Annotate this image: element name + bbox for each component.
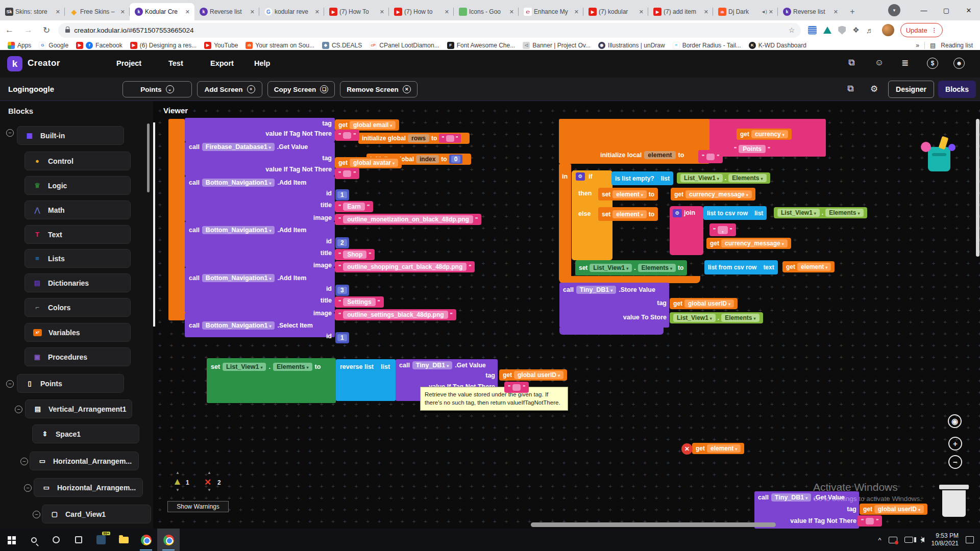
block-text-shop[interactable]: Shop: [335, 249, 375, 260]
tab-close-icon[interactable]: ✕: [767, 9, 775, 15]
block-number-select-1[interactable]: 1: [335, 332, 349, 343]
lock-icon[interactable]: [65, 29, 70, 33]
tab-howto-1[interactable]: ▶(7) How To✕: [324, 3, 389, 20]
block-storevalue-bottom[interactable]: [559, 328, 664, 335]
tree-extension-icon[interactable]: [823, 27, 831, 34]
error-prev-icon[interactable]: ▲: [207, 470, 211, 475]
block-text-settings[interactable]: Settings: [335, 296, 384, 308]
minimize-button[interactable]: —: [913, 1, 935, 19]
sidebar-scrollbar[interactable]: [147, 123, 150, 192]
call-header-firebase[interactable]: callFirebase_Database1.Get Value: [189, 143, 308, 151]
sidebar-item-math[interactable]: ⋀Math: [24, 201, 131, 219]
block-get-currency[interactable]: getcurrency: [737, 129, 792, 140]
tab-close-icon[interactable]: ✕: [443, 9, 451, 15]
block-listview-elements-getter-3[interactable]: List_View1.Elements: [670, 312, 763, 323]
designer-toggle-button[interactable]: Designer: [888, 81, 934, 98]
block-empty-text-5[interactable]: [857, 515, 882, 527]
tab-close-icon[interactable]: ✕: [832, 9, 840, 15]
call-header-tinydb-getvalue[interactable]: callTiny_DB1.Get Value: [399, 361, 486, 369]
block-list-to-csv-row[interactable]: list to csv rowlist: [703, 206, 767, 220]
number-block-0[interactable]: 0: [449, 155, 463, 164]
account-icon[interactable]: ☻: [953, 58, 965, 69]
tab-close-icon[interactable]: ✕: [508, 9, 516, 15]
tab-reverse-list[interactable]: kReverse list✕: [194, 3, 259, 20]
zoom-out-icon[interactable]: −: [948, 455, 962, 469]
block-init-local-element-bottom[interactable]: [559, 276, 700, 283]
music-extension-icon[interactable]: ♬: [866, 26, 874, 35]
block-get-global-userid-3[interactable]: getglobal userID: [860, 504, 927, 515]
call-header-additem-3[interactable]: callBottom_Navigation1.Add Item: [189, 274, 306, 282]
warning-prev-icon[interactable]: ▲: [176, 470, 180, 475]
tab-reverse-list-2[interactable]: kReverse list✕: [778, 3, 843, 20]
call-header-additem-1[interactable]: callBottom_Navigation1.Add Item: [189, 179, 306, 187]
canvas-horizontal-scrollbar[interactable]: [531, 522, 776, 527]
collapse-cardview-icon[interactable]: −: [33, 511, 40, 518]
cortana-icon[interactable]: [45, 529, 67, 551]
block-text-comma[interactable]: ,: [709, 223, 736, 236]
bookmark-banner[interactable]: ◁Banner | Project Ov...: [523, 42, 591, 49]
monetization-icon[interactable]: $: [927, 58, 938, 69]
close-button[interactable]: ✕: [958, 1, 980, 19]
tab-close-icon[interactable]: ✕: [378, 9, 386, 15]
tab-close-icon[interactable]: ✕: [184, 9, 191, 15]
tab-close-icon[interactable]: ✕: [119, 9, 127, 15]
block-is-list-empty[interactable]: is list empty?list: [611, 171, 673, 185]
bookmark-youtube[interactable]: ▶YouTube: [204, 42, 238, 49]
reload-icon[interactable]: ↻: [43, 25, 50, 36]
back-icon[interactable]: ←: [5, 25, 14, 35]
block-text-image-1[interactable]: outline_monetization_on_black_48dp.png: [335, 214, 481, 225]
show-warnings-button[interactable]: Show Warnings: [167, 501, 229, 512]
bookmark-star-icon[interactable]: ☆: [789, 26, 795, 34]
blocks-canvas[interactable]: ++++++++++++++++++++++++++++++++++++++++…: [153, 101, 980, 529]
call-header-storevalue[interactable]: callTiny_DB1.Store Value: [563, 286, 655, 294]
sidebar-item-points-screen[interactable]: ▯Points: [17, 374, 124, 393]
bookmark-google[interactable]: GGoogle: [39, 42, 68, 49]
collapse-builtin-icon[interactable]: −: [6, 129, 14, 137]
chevron-extension-icon[interactable]: [808, 26, 817, 35]
mutator-gear-icon[interactable]: ⚙: [576, 172, 585, 181]
screen-cast-icon[interactable]: [889, 537, 897, 543]
block-empty-text-4[interactable]: [698, 150, 723, 163]
kodular-logo[interactable]: k: [7, 56, 22, 71]
tab-close-icon[interactable]: ✕: [573, 9, 580, 15]
tab-howto-2[interactable]: ▶(7) How to✕: [389, 3, 454, 20]
collapse-points-icon[interactable]: −: [6, 380, 14, 388]
block-get-currency-message-2[interactable]: getcurrency_message: [706, 238, 791, 249]
block-get-element-error[interactable]: getelement: [692, 443, 744, 454]
init-local-header[interactable]: initialize localelementto: [600, 151, 684, 159]
url-text[interactable]: creator.kodular.io/#6571507553665024: [74, 27, 193, 34]
zoom-in-icon[interactable]: +: [948, 437, 962, 450]
sidebar-item-horizontal-arrangement-2[interactable]: ▭Horizontal_Arrangem...: [34, 478, 143, 497]
forward-icon[interactable]: →: [24, 25, 33, 35]
sidebar-item-logic[interactable]: ♛Logic: [24, 176, 131, 195]
block-list-from-csv-row[interactable]: list from csv rowtext: [704, 260, 778, 274]
event-block-left-edge[interactable]: [168, 119, 185, 320]
start-button[interactable]: [0, 529, 22, 551]
menu-test[interactable]: Test: [168, 59, 183, 67]
feedback-icon[interactable]: ☺: [875, 58, 884, 68]
menu-help[interactable]: Help: [254, 59, 270, 67]
browser-profile-icon[interactable]: ▾: [888, 4, 900, 16]
file-explorer-icon[interactable]: [112, 529, 135, 551]
center-blocks-icon[interactable]: ◉: [948, 414, 962, 428]
add-screen-button[interactable]: Add Screen+: [197, 81, 262, 97]
block-get-global-email[interactable]: getglobal email: [335, 119, 399, 131]
block-init-global-rows[interactable]: initialize globalrowsto: [358, 133, 470, 144]
sidebar-item-procedures[interactable]: ▣Procedures: [24, 347, 131, 366]
blocks-toggle-button[interactable]: Blocks: [938, 81, 976, 98]
bookmark-soundcloud[interactable]: ılıYour stream on Sou...: [246, 42, 314, 49]
tab-dj-dark[interactable]: ılıDj Dark◄)✕: [713, 3, 778, 20]
trash-can-icon[interactable]: [942, 490, 966, 517]
set-elements-header[interactable]: setList_View1.Elementsto: [211, 363, 321, 371]
tab-add-item[interactable]: ▶(7) add item✕: [648, 3, 713, 20]
block-init-local-element-left[interactable]: [559, 164, 571, 280]
maximize-button[interactable]: ▢: [935, 1, 958, 19]
error-next-icon[interactable]: ▼: [207, 488, 211, 492]
tab-skins-store[interactable]: SkSkins: store✕: [0, 3, 65, 20]
sidebar-item-dictionaries[interactable]: ▤Dictionaries: [24, 273, 131, 292]
block-get-global-userid-2[interactable]: getglobal userID: [670, 298, 738, 309]
block-get-element-1[interactable]: getelement: [782, 261, 835, 272]
reading-list-button[interactable]: Reading list: [941, 42, 973, 49]
tab-close-icon[interactable]: ✕: [249, 9, 256, 15]
copy-screen-button[interactable]: Copy Screen❏: [267, 81, 335, 97]
